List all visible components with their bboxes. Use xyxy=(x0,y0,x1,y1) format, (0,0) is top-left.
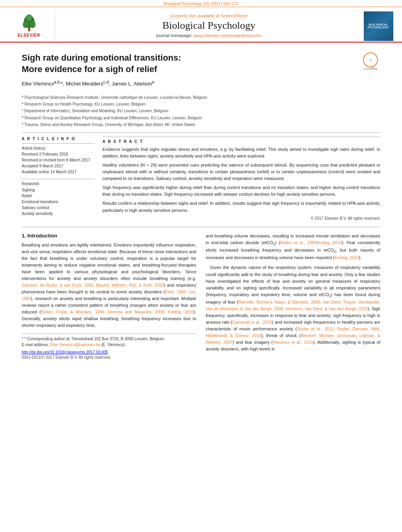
keyword-relief: Relief xyxy=(22,193,95,199)
ref-bolten: Bolten et al., 1994Kreibig, 2010 xyxy=(280,240,342,245)
affil-c: c Department of Informatics, Simulation … xyxy=(22,108,380,114)
affiliations: a Psychological Sciences Research Instit… xyxy=(22,94,380,128)
elsevier-tree-icon xyxy=(17,15,41,32)
body-right: and breathing volume decreases, resultin… xyxy=(206,233,380,360)
available-date: Available online 14 March 2017 xyxy=(22,169,95,175)
crossmark-label: CrossMark xyxy=(364,67,377,70)
affil-e: e Trauma, Stress and Anxiety Research Gr… xyxy=(22,121,380,128)
body-left: 1. Introduction Breathing and emotions a… xyxy=(22,233,196,360)
body-section: 1. Introduction Breathing and emotions a… xyxy=(22,227,380,360)
accepted-date: Accepted 9 March 2017 xyxy=(22,163,95,169)
ref-garssen: Garssen, de Ruiter, & van Dyck, 1992; Me… xyxy=(22,283,164,287)
info-abstract-cols: A R T I C L E I N F O Article history: R… xyxy=(22,137,380,220)
ref-rainville: Rainville, Bechara, Naqvi, & Damasio, 20… xyxy=(206,300,380,311)
keyword-anxiety: Anxiety sensitivity xyxy=(22,211,95,217)
abstract-block: A B S T R A C T Evidence suggests that s… xyxy=(102,137,380,220)
top-ref-line: Biological Psychology 125 (2017) 163–172 xyxy=(0,0,402,7)
homepage-url[interactable]: www.elsevier.com/locate/biopsycho xyxy=(194,33,261,38)
affil-b: b Research Group on Health Psychology, K… xyxy=(22,101,380,107)
authors-line: Elke Vlemincxa,b,*, Michel Meuldersc,d, … xyxy=(22,80,357,87)
body-text-left: Breathing and emotions are tightly inter… xyxy=(22,242,196,329)
article-title-section: Sigh rate during emotional transitions:M… xyxy=(22,52,380,90)
article-content: Sigh rate during emotional transitions:M… xyxy=(0,43,402,367)
footnote-text: * * Corresponding author at: Tiensestraa… xyxy=(22,336,196,348)
footnote-email-link[interactable]: Elke.Vlemincx@kuleuven.be xyxy=(50,343,100,347)
article-title-text: Sigh rate during emotional transitions:M… xyxy=(22,52,357,90)
doi-link[interactable]: http://dx.doi.org/10.1016/j.biopsycho.20… xyxy=(22,350,108,354)
elsevier-label: ELSEVIER xyxy=(18,33,40,37)
abstract-para-2: Healthy volunteers (N = 29) were present… xyxy=(102,162,380,182)
body-para-right-1: and breathing volume decreases, resultin… xyxy=(206,233,380,261)
homepage-label: journal homepage: xyxy=(156,33,192,38)
svg-point-3 xyxy=(30,21,35,28)
body-text-right: and breathing volume decreases, resultin… xyxy=(206,233,380,353)
section-number: 1. xyxy=(22,233,26,239)
divider-1 xyxy=(22,132,380,133)
journal-homepage: journal homepage: www.elsevier.com/locat… xyxy=(156,33,262,38)
ref-boiten: Boiten, Frijda, & Wientjes, 1994; Homma … xyxy=(41,310,194,314)
article-history-block: Article history: Received 2 February 201… xyxy=(22,143,95,175)
article-title: Sigh rate during emotional transitions:M… xyxy=(22,52,357,75)
footnote-email-suffix: (E. Vlemincx). xyxy=(101,343,126,347)
ref-vlemincx: Vlemincx et al., 2015 xyxy=(273,340,313,345)
received-date: Received 2 February 2016 xyxy=(22,152,95,157)
ref-carnevali: Carnevali et al., 2013 xyxy=(232,320,272,324)
journal-title: Biological Psychology xyxy=(162,20,255,32)
keywords-block: Keywords: Sighing Relief Emotional trans… xyxy=(22,179,95,217)
footnote-star: * xyxy=(22,337,23,341)
journal-logo-box: BIOLOGICAL PSYCHOLOGY xyxy=(359,10,394,42)
right-col: A B S T R A C T Evidence suggests that s… xyxy=(102,137,380,220)
abstract-para-4: Results confirm a relationship between s… xyxy=(102,200,380,213)
contents-label: Contents lists available at xyxy=(170,13,220,18)
keyword-emotional: Emotional transitions xyxy=(22,199,95,205)
elsevier-logo-box: ELSEVIER xyxy=(8,10,55,42)
section-title: Introduction xyxy=(27,233,57,239)
keyword-cortisol: Salivary cortisol xyxy=(22,205,95,211)
crossmark-box: ✓ CrossMark xyxy=(361,52,380,70)
keyword-sighing: Sighing xyxy=(22,187,95,193)
abstract-text: Evidence suggests that sighs regulate st… xyxy=(102,146,380,213)
keywords-label: Keywords: xyxy=(22,182,95,186)
journal-center: Contents lists available at ScienceDirec… xyxy=(59,10,359,42)
abstract-para-1: Evidence suggests that sighs regulate st… xyxy=(102,146,380,159)
crossmark-icon[interactable]: ✓ xyxy=(363,52,378,67)
affil-d: d Research Group on Quantitative Psychol… xyxy=(22,115,380,121)
abstract-section-label: A B S T R A C T xyxy=(102,139,380,144)
article-info-section-label: A R T I C L E I N F O xyxy=(22,137,95,141)
left-col: A R T I C L E I N F O Article history: R… xyxy=(22,137,95,220)
journal-header: ELSEVIER Contents lists available at Sci… xyxy=(0,7,402,43)
copyright-footer: 0301-0511/© 2017 Elsevier B.V. All right… xyxy=(22,355,196,360)
body-para-right-2: Given the dynamic nature of the respirat… xyxy=(206,264,380,352)
received-revised-date: Received in revised form 8 March 2017 xyxy=(22,158,95,163)
body-para-left-1: Breathing and emotions are tightly inter… xyxy=(22,242,196,329)
footnote-address: * Corresponding author at: Tiensestraat … xyxy=(24,337,165,341)
abstract-para-3: Sigh frequency was significantly higher … xyxy=(102,184,380,198)
doi-line: http://dx.doi.org/10.1016/j.biopsycho.20… xyxy=(22,350,196,354)
affil-a: a Psychological Sciences Research Instit… xyxy=(22,94,380,100)
journal-logo-line2: PSYCHOLOGY xyxy=(368,26,389,29)
body-two-col: 1. Introduction Breathing and emotions a… xyxy=(22,233,380,360)
page: Biological Psychology 125 (2017) 163–172… xyxy=(0,0,402,367)
ref-klein: Klein, 1993; Ley, 1985 xyxy=(22,289,196,301)
science-direct-link: Contents lists available at ScienceDirec… xyxy=(170,13,248,18)
footnote-email-label: E-mail address: xyxy=(22,343,49,347)
journal-ref-text: Biological Psychology 125 (2017) 163–172 xyxy=(164,2,238,6)
copyright-line: © 2017 Elsevier B.V. All rights reserved… xyxy=(102,216,380,221)
svg-point-2 xyxy=(22,21,28,28)
journal-logo-line1: BIOLOGICAL xyxy=(369,23,388,26)
ref-kreibig: Kreibig, 2010 xyxy=(335,255,359,260)
journal-logo-img: BIOLOGICAL PSYCHOLOGY xyxy=(364,11,393,41)
footnote-section: * * Corresponding author at: Tiensestraa… xyxy=(22,334,196,348)
history-label: Article history: xyxy=(22,146,95,150)
science-direct-anchor[interactable]: ScienceDirect xyxy=(221,13,248,18)
section-heading: 1. Introduction xyxy=(22,233,196,239)
